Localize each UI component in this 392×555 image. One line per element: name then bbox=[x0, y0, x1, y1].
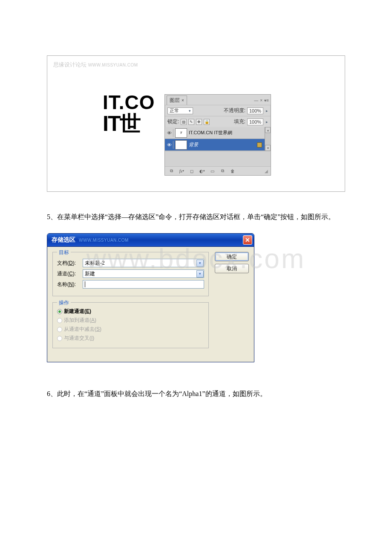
fill-arrow-icon[interactable]: ▸ bbox=[266, 120, 268, 124]
chevron-down-icon: ▾ bbox=[189, 109, 191, 113]
lock-fill-row: 锁定: ▧ ✎ ✥ 🔒 填充: 100% ▸ bbox=[165, 116, 271, 127]
scroll-down-icon[interactable]: ▾ bbox=[265, 145, 271, 151]
dialog-title: 存储选区 bbox=[52, 236, 75, 244]
lock-paint-icon[interactable]: ✎ bbox=[188, 119, 194, 125]
minimize-icon[interactable]: — bbox=[254, 98, 258, 103]
channel-value: 新建 bbox=[85, 270, 95, 278]
opacity-label: 不透明度: bbox=[224, 107, 245, 114]
lock-label: 锁定: bbox=[167, 118, 179, 125]
dialog-body: 目标 文档(D): 未标题-2 ▾ 通道(C): 新建 ▾ bbox=[47, 246, 254, 362]
blend-mode-combo[interactable]: 正常 ▾ bbox=[167, 107, 193, 114]
blend-mode-value: 正常 bbox=[170, 107, 179, 114]
radio-subtract-channel: 从通道中减去(S) bbox=[57, 325, 204, 334]
layer-row-background[interactable]: 👁 背景 bbox=[165, 139, 271, 151]
channel-label: 通道(C): bbox=[57, 270, 80, 278]
panel-titlebar: 图层 × — × ▾≡ bbox=[165, 95, 271, 105]
visibility-icon[interactable]: 👁 bbox=[166, 129, 173, 137]
blend-opacity-row: 正常 ▾ 不透明度: 100% ▸ bbox=[165, 105, 271, 116]
close-icon[interactable]: × bbox=[260, 98, 262, 103]
destination-group: 目标 文档(D): 未标题-2 ▾ 通道(C): 新建 ▾ bbox=[52, 252, 209, 296]
save-selection-dialog: 存储选区 WWW.MISSYUAN.COM ✕ 目标 文档(D): 未标题-2 … bbox=[47, 233, 254, 362]
chevron-down-icon[interactable]: ▾ bbox=[196, 270, 204, 278]
menu-icon[interactable]: ▾≡ bbox=[264, 98, 269, 103]
scrollbar[interactable]: ▴ ▾ bbox=[265, 127, 271, 151]
name-label: 名称(N): bbox=[57, 281, 80, 288]
document-page: 思缘设计论坛 WWW.MISSYUAN.COM IT.CO IT世 图层 × —… bbox=[0, 0, 392, 532]
layer-mask-icon[interactable]: ◻ bbox=[188, 168, 196, 174]
layer-name-2: 背景 bbox=[189, 142, 198, 148]
radio-new-channel[interactable]: 新建通道(E) bbox=[57, 307, 204, 316]
new-layer-icon[interactable]: ⧉ bbox=[219, 168, 226, 174]
fx-icon[interactable]: fx▾ bbox=[178, 168, 185, 174]
panel-empty-area bbox=[165, 151, 271, 166]
adjustment-layer-icon[interactable]: ◐▾ bbox=[198, 168, 206, 174]
layers-tab-label: 图层 bbox=[170, 97, 180, 104]
text-cursor bbox=[85, 281, 85, 287]
operation-legend: 操作 bbox=[57, 299, 71, 306]
link-layers-icon[interactable]: ⧉ bbox=[167, 168, 175, 174]
layer-name-1: IT.COM.CN IT世界網 bbox=[189, 130, 232, 136]
dialog-watermark: WWW.MISSYUAN.COM bbox=[79, 238, 129, 243]
resize-grip-icon[interactable]: ◢ bbox=[265, 169, 268, 173]
layer-thumb-text: T bbox=[175, 128, 187, 138]
name-input[interactable] bbox=[83, 280, 204, 289]
watermark-cn: 思缘设计论坛 bbox=[53, 61, 86, 68]
fill-input[interactable]: 100% bbox=[247, 119, 263, 125]
opacity-input[interactable]: 100% bbox=[247, 107, 263, 114]
operation-group: 操作 新建通道(E) 添加到通道(A) 从通道中减去(S) bbox=[52, 302, 209, 348]
visibility-icon[interactable]: 👁 bbox=[166, 141, 173, 149]
figure-watermark: 思缘设计论坛 WWW.MISSYUAN.COM bbox=[53, 61, 138, 69]
destination-legend: 目标 bbox=[57, 249, 71, 256]
tab-close-icon[interactable]: × bbox=[182, 98, 184, 103]
cancel-button[interactable]: 取消 bbox=[215, 264, 249, 273]
channel-row: 通道(C): 新建 ▾ bbox=[57, 269, 204, 278]
document-combo[interactable]: 未标题-2 ▾ bbox=[83, 259, 204, 267]
opacity-arrow-icon[interactable]: ▸ bbox=[266, 109, 268, 113]
radio-icon bbox=[57, 318, 62, 323]
radio-intersect-channel: 与通道交叉(I) bbox=[57, 334, 204, 343]
layer-list: 👁 T IT.COM.CN IT世界網 👁 背景 ▴ ▾ bbox=[165, 127, 271, 151]
panel-footer: ⧉ fx▾ ◻ ◐▾ ▭ ⧉ 🗑 ◢ bbox=[165, 166, 271, 175]
dialog-close-button[interactable]: ✕ bbox=[243, 235, 252, 245]
instruction-step-6: 6、此时，在“通道”面板中就会出现一个名为“Alpha1”的通道，如图所示。 bbox=[47, 388, 345, 399]
layers-panel: 图层 × — × ▾≡ 正常 ▾ 不透明度: 100% ▸ 锁定: bbox=[164, 94, 271, 176]
fill-label: 填充: bbox=[234, 118, 245, 125]
dialog-titlebar[interactable]: 存储选区 WWW.MISSYUAN.COM ✕ bbox=[47, 234, 254, 246]
lock-indicator-icon bbox=[257, 142, 262, 147]
figure-layers-panel: 思缘设计论坛 WWW.MISSYUAN.COM IT.CO IT世 图层 × —… bbox=[47, 55, 345, 192]
canvas-sample-text: IT.CO IT世 bbox=[103, 92, 155, 135]
name-row: 名称(N): bbox=[57, 280, 204, 289]
layer-row-text[interactable]: 👁 T IT.COM.CN IT世界網 bbox=[165, 127, 271, 139]
radio-add-channel: 添加到通道(A) bbox=[57, 316, 204, 325]
layers-tab[interactable]: 图层 × bbox=[167, 95, 187, 105]
scroll-up-icon[interactable]: ▴ bbox=[265, 127, 271, 133]
sample-line-1: IT.CO bbox=[103, 92, 155, 113]
radio-selected-icon bbox=[57, 309, 62, 314]
new-group-icon[interactable]: ▭ bbox=[208, 168, 216, 174]
sample-line-2: IT世 bbox=[103, 113, 155, 135]
watermark-en: WWW.MISSYUAN.COM bbox=[88, 63, 138, 67]
ok-button[interactable]: 确定 bbox=[215, 252, 249, 261]
document-label: 文档(D): bbox=[57, 260, 80, 267]
lock-transparency-icon[interactable]: ▧ bbox=[181, 119, 187, 125]
trash-icon[interactable]: 🗑 bbox=[229, 168, 236, 174]
lock-move-icon[interactable]: ✥ bbox=[196, 119, 202, 125]
chevron-down-icon[interactable]: ▾ bbox=[196, 260, 204, 267]
document-row: 文档(D): 未标题-2 ▾ bbox=[57, 259, 204, 267]
layer-thumb-bg bbox=[175, 140, 187, 150]
instruction-step-5: 5、在菜单栏中选择“选择—存储选区”命令，打开存储选区对话框，单击“确定”按钮，… bbox=[47, 211, 345, 223]
radio-icon bbox=[57, 327, 62, 332]
lock-all-icon[interactable]: 🔒 bbox=[204, 119, 210, 125]
document-value: 未标题-2 bbox=[85, 260, 105, 267]
radio-icon bbox=[57, 336, 62, 341]
channel-combo[interactable]: 新建 ▾ bbox=[83, 269, 204, 278]
